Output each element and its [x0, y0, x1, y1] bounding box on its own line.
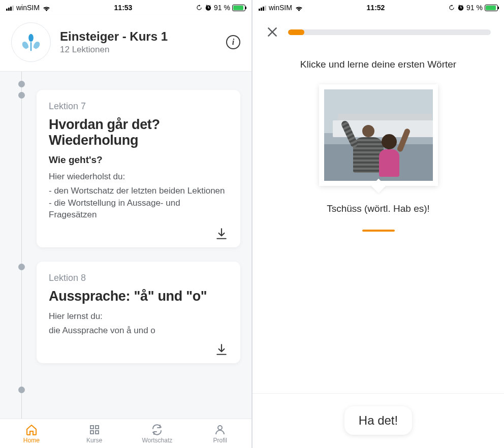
info-button[interactable]: i: [226, 35, 240, 49]
flashcard-image: [319, 84, 438, 186]
lesson-timeline[interactable]: Lektion 7 Hvordan går det? Wiederholung …: [0, 72, 251, 419]
tab-home[interactable]: Home: [0, 419, 63, 448]
lesson-screen: winSIM 11:52 91 % Klicke und lerne deine…: [253, 0, 504, 448]
tab-courses[interactable]: Kurse: [63, 419, 126, 448]
download-icon[interactable]: [215, 343, 228, 356]
status-bar: winSIM 11:53 91 %: [0, 0, 251, 15]
alarm-icon: [205, 4, 212, 11]
tab-bar: Home Kurse Wortschatz Profil: [0, 419, 251, 448]
home-icon: [25, 424, 38, 436]
course-subtitle: 12 Lektionen: [60, 45, 217, 55]
refresh-icon: [151, 424, 163, 436]
clock: 11:53: [51, 4, 196, 12]
tab-vocab[interactable]: Wortschatz: [126, 419, 189, 448]
battery-pct: 91 %: [466, 4, 483, 12]
signal-icon: [6, 5, 14, 11]
lesson-subtitle: Wie geht's?: [49, 154, 228, 166]
lesson-intro: Hier lernst du:: [49, 310, 228, 323]
timeline-dot: [18, 387, 25, 393]
translation-text: Tschüss (wörtl. Hab es)!: [327, 203, 430, 214]
close-icon[interactable]: [266, 25, 279, 39]
clock: 11:52: [303, 4, 448, 12]
timeline-dot: [18, 92, 25, 99]
battery-icon: [485, 5, 498, 11]
battery-icon: [232, 5, 245, 11]
course-icon: [11, 22, 51, 62]
lesson-body: - den Wortschatz der letzten beiden Lekt…: [49, 185, 228, 221]
accent-underline: [362, 230, 395, 232]
battery-pct: 91 %: [214, 4, 230, 12]
status-bar: winSIM 11:52 91 %: [253, 0, 504, 15]
wifi-icon: [295, 5, 303, 11]
progress-bar: [288, 29, 491, 35]
flashcard[interactable]: Tschüss (wörtl. Hab es)!: [319, 84, 438, 232]
lesson-title: Hvordan går det? Wiederholung: [49, 117, 228, 148]
course-header: Einsteiger - Kurs 1 12 Lektionen i: [0, 15, 251, 72]
lesson-number: Lektion 7: [49, 101, 228, 112]
orientation-lock-icon: [196, 4, 203, 11]
carrier-label: winSIM: [16, 4, 40, 12]
tab-label: Profil: [213, 437, 227, 444]
lesson-intro: Hier wiederholst du:: [49, 171, 228, 183]
download-icon[interactable]: [215, 227, 228, 240]
lesson-card[interactable]: Lektion 8 Aussprache: "å" und "o" Hier l…: [37, 262, 240, 363]
signal-icon: [259, 5, 266, 11]
lesson-top-bar: [253, 15, 504, 44]
tab-label: Wortschatz: [142, 437, 172, 444]
alarm-icon: [457, 4, 464, 11]
course-title: Einsteiger - Kurs 1: [60, 29, 217, 44]
orientation-lock-icon: [448, 4, 455, 11]
course-screen: winSIM 11:53 91 %: [0, 0, 251, 448]
grid-icon: [88, 424, 101, 436]
tab-label: Kurse: [86, 437, 102, 444]
answer-button[interactable]: Ha det!: [344, 406, 412, 435]
progress-fill: [288, 29, 304, 35]
timeline-dot: [18, 264, 25, 270]
lesson-number: Lektion 8: [49, 273, 228, 283]
tab-label: Home: [23, 437, 40, 444]
lesson-card[interactable]: Lektion 7 Hvordan går det? Wiederholung …: [37, 90, 240, 247]
lesson-title: Aussprache: "å" und "o": [49, 289, 228, 304]
tab-profile[interactable]: Profil: [188, 419, 251, 448]
prompt-text: Klicke und lerne deine ersten Wörter: [253, 59, 504, 70]
carrier-label: winSIM: [269, 4, 292, 12]
user-icon: [214, 424, 226, 436]
answer-area: Ha det!: [253, 393, 504, 448]
timeline-dot: [18, 81, 25, 87]
wifi-icon: [42, 5, 51, 11]
lesson-body: die Aussprache von å und o: [49, 325, 228, 337]
